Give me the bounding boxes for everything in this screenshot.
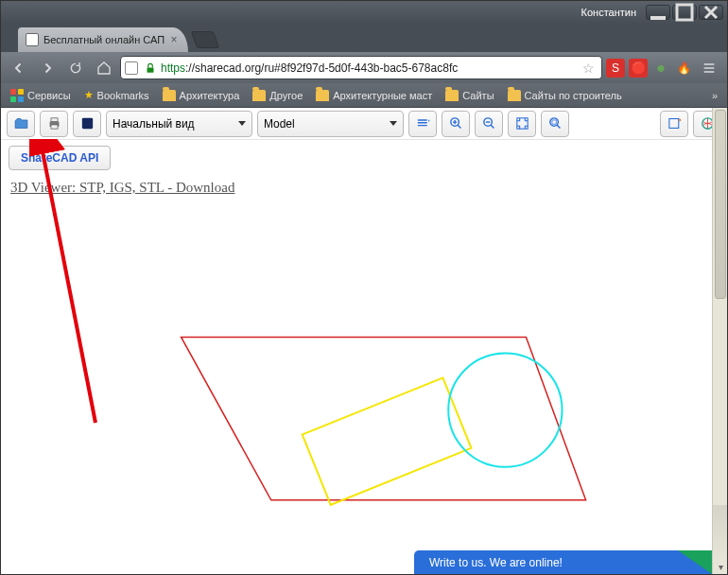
navigation-bar: https://sharecad.org/ru#8f92f97d-5d0f-44… xyxy=(1,52,727,83)
zoom-in-button[interactable] xyxy=(442,111,470,137)
page-content: Начальный вид Model ShareCAD API 3D View… xyxy=(1,108,727,574)
chat-corner-icon xyxy=(678,550,712,574)
open-file-button[interactable] xyxy=(7,111,35,137)
svg-rect-2 xyxy=(147,67,154,72)
scroll-thumb[interactable] xyxy=(715,110,726,299)
extension-fire-icon[interactable]: 🔥 xyxy=(674,59,693,78)
fit-screen-button[interactable] xyxy=(508,111,536,137)
folder-icon xyxy=(163,90,176,101)
zoom-out-button[interactable] xyxy=(475,111,503,137)
folder-icon xyxy=(445,90,459,101)
scroll-down-icon[interactable]: ▾ xyxy=(716,562,725,571)
embed-button[interactable] xyxy=(660,111,688,137)
bookmark-apps[interactable]: Сервисы xyxy=(5,87,77,104)
page-icon xyxy=(125,61,138,75)
extension-green-icon[interactable]: ☻ xyxy=(651,59,670,78)
favicon-icon xyxy=(26,33,39,46)
bookmark-item[interactable]: Архитектурные маст xyxy=(310,88,438,103)
vertical-scrollbar[interactable]: ▴ ▾ xyxy=(712,108,727,574)
svg-marker-14 xyxy=(182,337,586,499)
tab-title: Бесплатный онлайн САП xyxy=(43,34,165,45)
lock-icon xyxy=(144,61,157,75)
caret-down-icon xyxy=(390,121,397,126)
svg-rect-5 xyxy=(50,125,57,129)
model-select[interactable]: Model xyxy=(257,111,404,137)
svg-rect-1 xyxy=(677,5,692,20)
chat-widget[interactable]: Write to us. We are online! xyxy=(414,550,712,574)
minimize-button[interactable] xyxy=(646,5,670,20)
tab-strip: Бесплатный онлайн САП × xyxy=(1,24,727,52)
bookmark-overflow-icon[interactable]: » xyxy=(706,90,723,101)
zoom-window-button[interactable] xyxy=(541,111,569,137)
svg-rect-12 xyxy=(668,119,678,129)
tab-close-icon[interactable]: × xyxy=(167,33,181,46)
home-button[interactable] xyxy=(92,56,116,80)
folder-icon xyxy=(508,90,521,101)
bookmark-item[interactable]: ★Bookmarks xyxy=(78,87,155,103)
bookmark-item[interactable]: Другое xyxy=(247,88,308,103)
svg-point-16 xyxy=(448,353,562,466)
svg-rect-9 xyxy=(516,118,527,129)
maximize-button[interactable] xyxy=(672,5,697,20)
bookmark-star-icon[interactable]: ☆ xyxy=(582,61,595,76)
reload-button[interactable] xyxy=(63,56,88,80)
chat-text: Write to us. We are online! xyxy=(429,556,563,569)
bookmark-bar: Сервисы ★Bookmarks Архитектура Другое Ар… xyxy=(1,83,727,108)
caret-down-icon xyxy=(238,121,246,126)
bookmark-item[interactable]: Сайты xyxy=(440,88,499,103)
url-text: https://sharecad.org/ru#8f92f97d-5d0f-44… xyxy=(161,61,580,75)
black-bg-button[interactable] xyxy=(73,111,101,137)
folder-icon xyxy=(252,90,266,101)
menu-button[interactable] xyxy=(697,56,721,80)
browser-tab[interactable]: Бесплатный онлайн САП × xyxy=(18,27,188,52)
bookmark-item[interactable]: Сайты по строитель xyxy=(502,88,628,103)
folder-icon xyxy=(316,90,329,101)
sharecad-api-button[interactable]: ShareCAD API xyxy=(9,146,111,170)
svg-rect-15 xyxy=(303,377,472,504)
bookmark-item[interactable]: Архитектура xyxy=(157,88,246,103)
cad-canvas[interactable] xyxy=(1,185,712,574)
address-bar[interactable]: https://sharecad.org/ru#8f92f97d-5d0f-44… xyxy=(120,56,602,79)
sharecad-toolbar: Начальный вид Model xyxy=(1,108,727,140)
apps-icon xyxy=(10,89,24,102)
star-icon: ★ xyxy=(84,89,94,101)
svg-rect-0 xyxy=(650,16,666,20)
svg-rect-6 xyxy=(81,118,92,129)
back-button[interactable] xyxy=(7,56,31,80)
extension-abp-icon[interactable]: 🛑 xyxy=(629,59,648,78)
forward-button[interactable] xyxy=(35,56,60,80)
view-select[interactable]: Начальный вид xyxy=(106,111,252,137)
svg-rect-11 xyxy=(551,120,555,124)
print-button[interactable] xyxy=(40,111,68,137)
svg-rect-4 xyxy=(50,118,57,122)
window-titlebar: Константин xyxy=(1,1,727,24)
close-button[interactable] xyxy=(699,5,723,20)
cad-drawing xyxy=(1,185,712,574)
layers-button[interactable] xyxy=(408,111,437,137)
new-tab-button[interactable] xyxy=(191,31,220,48)
extension-red-icon[interactable]: S xyxy=(606,59,625,78)
user-label: Константин xyxy=(574,7,644,18)
